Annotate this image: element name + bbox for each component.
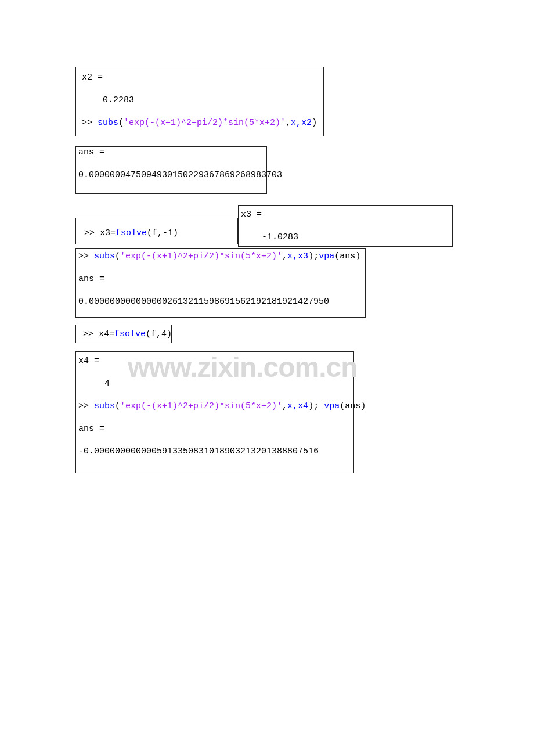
paren-close: ) [312,118,317,128]
output-block-x3: x3 = -1.0283 [238,205,453,247]
string-arg: 'exp(-(x+1)^2+pi/2)*sin(5*x+2)' [124,118,286,128]
prompt: >> [78,251,94,261]
prompt: >> [82,118,98,128]
command-line: >> x4=fsolve(f,4) [83,329,168,340]
blank [241,221,449,232]
page-container: x2 = 0.2283 >> subs('exp(-(x+1)^2+pi/2)*… [0,0,534,496]
assign: x4= [99,329,114,339]
blank [82,84,320,95]
command-block-x4: >> x4=fsolve(f,4) [75,325,172,343]
prompt: >> [84,228,100,238]
args2: (ans) [340,401,366,411]
comma: , [286,118,291,128]
blank [78,159,263,170]
comma: , [282,251,287,261]
ans-value: 0.0000000475094930150229367869268983703 [78,170,263,181]
var-value: 0.2283 [82,95,320,106]
command-block-x3: >> x3=fsolve(f,-1) [75,218,238,244]
args: (f,-1) [147,228,178,238]
blank [78,285,362,297]
var-label: x3 = [241,209,449,221]
fn-vpa: vpa [319,251,334,261]
paren: ( [115,401,120,411]
blank [78,435,350,447]
fn-fsolve: fsolve [114,329,146,339]
blank [78,390,350,401]
assign: x3= [100,228,116,238]
var-value: -1.0283 [241,232,449,243]
var-label: x4 = [78,355,350,367]
ans-value: 0.00000000000000026132115986915621921819… [78,296,362,308]
blank [82,106,320,118]
args: (f,4) [146,329,172,339]
semi: ); [308,251,319,261]
var-value: 4 [78,378,350,390]
fn-fsolve: fsolve [116,228,147,238]
ans-label: ans = [78,147,263,159]
fn-subs: subs [98,118,118,128]
paren: ( [118,118,124,128]
ans-label: ans = [78,423,350,435]
prompt: >> [78,401,94,411]
semi: ); [308,401,324,411]
content-area: x2 = 0.2283 >> subs('exp(-(x+1)^2+pi/2)*… [75,67,482,496]
fn-vpa: vpa [324,401,340,411]
string-arg: 'exp(-(x+1)^2+pi/2)*sin(5*x+2)' [120,401,282,411]
blank [78,367,350,379]
output-block-x4: x4 = 4 >> subs('exp(-(x+1)^2+pi/2)*sin(5… [75,351,354,473]
args: x,x4 [287,401,308,411]
var-label: x2 = [82,72,320,84]
comma: , [282,401,287,411]
fn-subs: subs [94,401,115,411]
output-block-ans1: ans = 0.00000004750949301502293678692689… [75,146,267,194]
args: x,x3 [287,251,308,261]
ans-label: ans = [78,273,362,285]
prompt: >> [83,329,99,339]
ans-value: -0.0000000000005913350831018903213201388… [78,446,350,458]
command-line: >> subs('exp(-(x+1)^2+pi/2)*sin(5*x+2)',… [78,251,362,262]
blank [78,262,362,274]
args: x,x2 [291,118,312,128]
command-line: >> subs('exp(-(x+1)^2+pi/2)*sin(5*x+2)',… [78,401,350,412]
paren: ( [115,251,120,261]
output-block-x2: x2 = 0.2283 >> subs('exp(-(x+1)^2+pi/2)*… [75,67,324,136]
command-line: >> x3=fsolve(f,-1) [84,228,234,239]
command-line: >> subs('exp(-(x+1)^2+pi/2)*sin(5*x+2)',… [82,117,320,129]
blank [78,412,350,424]
args2: (ans) [334,251,360,261]
string-arg: 'exp(-(x+1)^2+pi/2)*sin(5*x+2)' [120,251,282,261]
output-block-subs-x3: >> subs('exp(-(x+1)^2+pi/2)*sin(5*x+2)',… [75,248,366,318]
fn-subs: subs [94,251,115,261]
